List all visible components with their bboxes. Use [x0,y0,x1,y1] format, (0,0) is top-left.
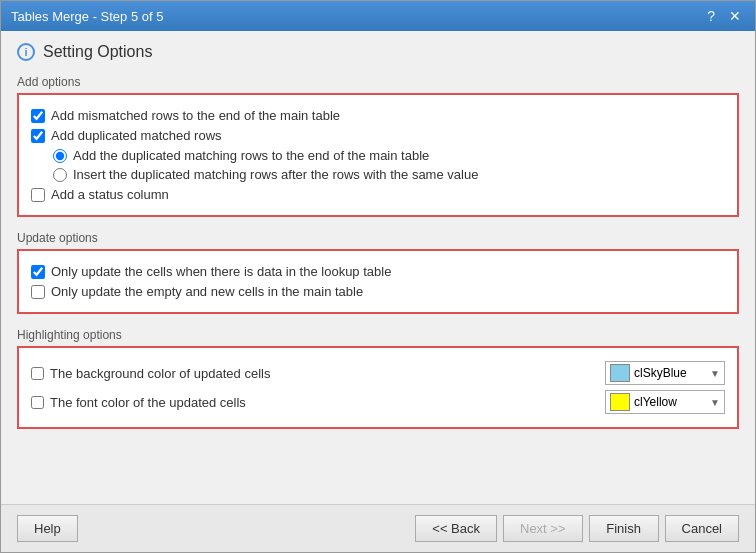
add-status-label: Add a status column [51,187,169,202]
back-button[interactable]: << Back [415,515,497,542]
add-options-label: Add options [17,75,739,89]
font-color-dropdown[interactable]: clYellow ▼ [605,390,725,414]
footer: Help << Back Next >> Finish Cancel [1,504,755,552]
add-duplicated-row: Add duplicated matched rows [31,128,725,143]
update-empty-new-row: Only update the empty and new cells in t… [31,284,725,299]
bg-color-swatch [610,364,630,382]
radio-after-same-value[interactable] [53,168,67,182]
radio2-row: Insert the duplicated matching rows afte… [53,167,725,182]
update-options-section: Update options Only update the cells whe… [17,231,739,314]
window-title: Tables Merge - Step 5 of 5 [11,9,163,24]
add-status-checkbox[interactable] [31,188,45,202]
update-empty-new-checkbox[interactable] [31,285,45,299]
bg-color-dropdown[interactable]: clSkyBlue ▼ [605,361,725,385]
font-color-selector: clYellow ▼ [605,390,725,414]
radio1-label: Add the duplicated matching rows to the … [73,148,429,163]
add-mismatched-label: Add mismatched rows to the end of the ma… [51,108,340,123]
add-options-box: Add mismatched rows to the end of the ma… [17,93,739,217]
cancel-button[interactable]: Cancel [665,515,739,542]
info-icon: i [17,43,35,61]
title-bar: Tables Merge - Step 5 of 5 ? ✕ [1,1,755,31]
radio2-label: Insert the duplicated matching rows afte… [73,167,478,182]
bg-color-checkbox[interactable] [31,367,44,380]
close-title-btn[interactable]: ✕ [725,9,745,23]
update-with-data-label: Only update the cells when there is data… [51,264,391,279]
add-mismatched-checkbox[interactable] [31,109,45,123]
add-duplicated-checkbox[interactable] [31,129,45,143]
font-color-label: The font color of the updated cells [50,395,246,410]
update-options-box: Only update the cells when there is data… [17,249,739,314]
font-color-swatch [610,393,630,411]
title-bar-controls: ? ✕ [703,9,745,23]
next-button[interactable]: Next >> [503,515,583,542]
bg-color-row: The background color of updated cells cl… [31,361,725,385]
bg-color-arrow-icon: ▼ [710,368,720,379]
add-mismatched-row: Add mismatched rows to the end of the ma… [31,108,725,123]
radio-end-of-table[interactable] [53,149,67,163]
highlighting-label: Highlighting options [17,328,739,342]
add-duplicated-label: Add duplicated matched rows [51,128,222,143]
help-title-btn[interactable]: ? [703,9,719,23]
footer-left: Help [17,515,409,542]
help-button[interactable]: Help [17,515,78,542]
radio1-row: Add the duplicated matching rows to the … [53,148,725,163]
content-area: i Setting Options Add options Add mismat… [1,31,755,504]
font-color-arrow-icon: ▼ [710,397,720,408]
update-with-data-checkbox[interactable] [31,265,45,279]
highlighting-section: Highlighting options The background colo… [17,328,739,429]
add-status-row: Add a status column [31,187,725,202]
footer-right: << Back Next >> Finish Cancel [415,515,739,542]
bg-color-name: clSkyBlue [634,366,706,380]
page-title: Setting Options [43,43,152,61]
font-color-row: The font color of the updated cells clYe… [31,390,725,414]
page-header: i Setting Options [17,43,739,61]
finish-button[interactable]: Finish [589,515,659,542]
update-with-data-row: Only update the cells when there is data… [31,264,725,279]
bg-color-selector: clSkyBlue ▼ [605,361,725,385]
bg-color-checkbox-part: The background color of updated cells [31,366,605,381]
highlighting-box: The background color of updated cells cl… [17,346,739,429]
add-options-section: Add options Add mismatched rows to the e… [17,75,739,217]
update-options-label: Update options [17,231,739,245]
font-color-checkbox-part: The font color of the updated cells [31,395,605,410]
font-color-name: clYellow [634,395,706,409]
main-window: Tables Merge - Step 5 of 5 ? ✕ i Setting… [0,0,756,553]
bg-color-label: The background color of updated cells [50,366,270,381]
font-color-checkbox[interactable] [31,396,44,409]
update-empty-new-label: Only update the empty and new cells in t… [51,284,363,299]
